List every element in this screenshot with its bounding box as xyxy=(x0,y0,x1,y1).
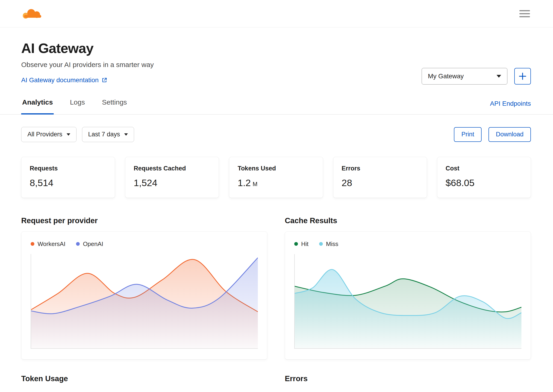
gateway-controls: My Gateway xyxy=(422,68,531,84)
legend-dot-icon xyxy=(294,242,298,246)
filter-row: All Providers Last 7 days Print Download xyxy=(21,127,531,142)
page-subtitle: Observe your AI providers in a smarter w… xyxy=(21,60,531,69)
section-title-errors: Errors xyxy=(285,374,531,383)
chevron-down-icon xyxy=(496,75,501,78)
main-content: All Providers Last 7 days Print Download… xyxy=(0,127,553,383)
stat-value: $68.05 xyxy=(446,178,522,189)
stat-label: Errors xyxy=(342,165,418,172)
external-link-icon xyxy=(101,77,107,83)
legend-label: WorkersAI xyxy=(38,240,65,248)
print-button[interactable]: Print xyxy=(454,127,482,142)
stat-value: 1,524 xyxy=(134,178,210,189)
charts-grid: Request per provider WorkersAI OpenAI Ca… xyxy=(21,216,531,359)
chart-section-cache-results: Cache Results Hit Miss xyxy=(285,216,531,359)
tab-analytics[interactable]: Analytics xyxy=(21,98,54,114)
legend-label: OpenAI xyxy=(83,240,103,248)
area-chart-requests-per-provider xyxy=(31,251,258,350)
stat-value: 1.2M xyxy=(238,178,314,189)
stat-card-requests: Requests 8,514 xyxy=(21,157,115,198)
tabs: Analytics Logs Settings xyxy=(21,98,128,114)
stat-value: 28 xyxy=(342,178,418,189)
legend-label: Miss xyxy=(326,240,338,248)
provider-filter-dropdown[interactable]: All Providers xyxy=(21,127,77,142)
section-title-token-usage: Token Usage xyxy=(21,374,267,383)
legend-item-openai[interactable]: OpenAI xyxy=(76,240,103,248)
chart-title: Cache Results xyxy=(285,216,531,225)
stat-value-unit: M xyxy=(253,181,257,187)
legend-dot-icon xyxy=(31,242,34,246)
bottom-sections: Token Usage Errors xyxy=(21,374,531,383)
stats-row: Requests 8,514 Requests Cached 1,524 Tok… xyxy=(21,157,531,198)
provider-filter-value: All Providers xyxy=(28,131,63,138)
cloudflare-cloud-icon xyxy=(21,7,43,21)
stat-card-tokens-used: Tokens Used 1.2M xyxy=(229,157,323,198)
legend-label: Hit xyxy=(301,240,309,248)
area-chart-cache-results xyxy=(294,251,521,350)
tab-logs[interactable]: Logs xyxy=(69,98,86,114)
chevron-down-icon xyxy=(124,133,128,136)
gateway-select[interactable]: My Gateway xyxy=(422,68,507,84)
stat-label: Requests xyxy=(30,165,106,172)
tabs-row: Analytics Logs Settings API Endpoints xyxy=(0,98,553,114)
stat-label: Requests Cached xyxy=(134,165,210,172)
stat-label: Cost xyxy=(446,165,522,172)
stat-card-errors: Errors 28 xyxy=(333,157,427,198)
add-gateway-button[interactable] xyxy=(514,68,531,84)
stat-value: 8,514 xyxy=(30,178,106,189)
stat-value-number: 1.2 xyxy=(238,178,251,188)
stat-card-requests-cached: Requests Cached 1,524 xyxy=(125,157,219,198)
stat-label: Tokens Used xyxy=(238,165,314,172)
legend-dot-icon xyxy=(319,242,323,246)
menu-hamburger-icon[interactable] xyxy=(519,10,530,17)
api-endpoints-link[interactable]: API Endpoints xyxy=(490,100,531,114)
date-range-value: Last 7 days xyxy=(88,131,120,138)
page-title: AI Gateway xyxy=(21,40,531,56)
top-bar xyxy=(0,0,553,28)
chart-legend: WorkersAI OpenAI xyxy=(31,240,258,248)
plus-icon xyxy=(518,72,527,80)
cloudflare-logo[interactable] xyxy=(21,7,43,21)
export-buttons: Print Download xyxy=(454,127,531,142)
legend-item-miss[interactable]: Miss xyxy=(319,240,338,248)
gateway-select-value: My Gateway xyxy=(428,73,464,80)
legend-item-workersai[interactable]: WorkersAI xyxy=(31,240,65,248)
stat-card-cost: Cost $68.05 xyxy=(437,157,531,198)
chart-title: Request per provider xyxy=(21,216,267,225)
chart-card: Hit Miss xyxy=(285,231,531,359)
download-button[interactable]: Download xyxy=(489,127,531,142)
chart-card: WorkersAI OpenAI xyxy=(21,231,267,359)
chevron-down-icon xyxy=(67,133,70,136)
page-header: AI Gateway Observe your AI providers in … xyxy=(0,28,553,114)
date-range-dropdown[interactable]: Last 7 days xyxy=(82,127,134,142)
documentation-link-label: AI Gateway documentation xyxy=(21,77,99,84)
filter-dropdowns: All Providers Last 7 days xyxy=(21,127,134,142)
chart-section-requests-per-provider: Request per provider WorkersAI OpenAI xyxy=(21,216,267,359)
legend-dot-icon xyxy=(76,242,80,246)
tab-settings[interactable]: Settings xyxy=(101,98,128,114)
legend-item-hit[interactable]: Hit xyxy=(294,240,309,248)
documentation-link[interactable]: AI Gateway documentation xyxy=(21,77,107,84)
chart-legend: Hit Miss xyxy=(294,240,521,248)
